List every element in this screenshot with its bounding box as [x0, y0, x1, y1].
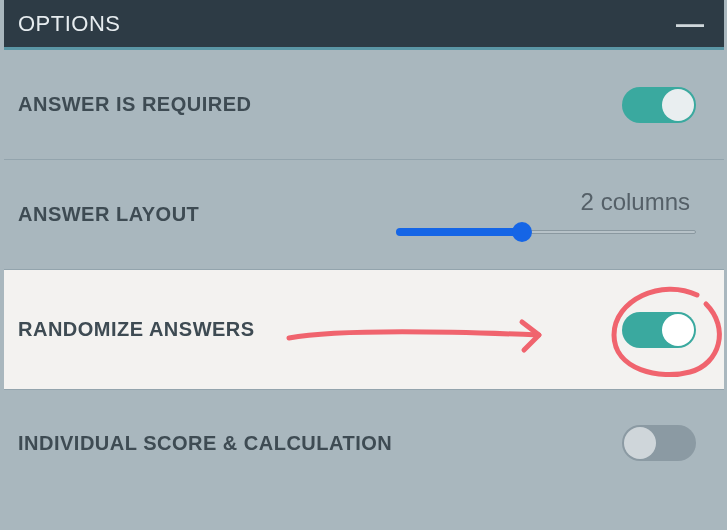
layout-slider[interactable] [396, 222, 696, 242]
toggle-individual[interactable] [622, 425, 696, 461]
option-row-randomize: RANDOMIZE ANSWERS [4, 270, 724, 390]
toggle-randomize[interactable] [622, 312, 696, 348]
option-label-individual: INDIVIDUAL SCORE & CALCULATION [18, 432, 392, 455]
toggle-required[interactable] [622, 87, 696, 123]
options-panel: OPTIONS — ANSWER IS REQUIRED ANSWER LAYO… [4, 0, 724, 496]
toggle-knob [624, 427, 656, 459]
option-row-required: ANSWER IS REQUIRED [4, 50, 724, 160]
collapse-icon[interactable]: — [676, 10, 704, 38]
slider-thumb[interactable] [512, 222, 532, 242]
annotation-arrow-icon [284, 310, 564, 360]
panel-header[interactable]: OPTIONS — [4, 0, 724, 50]
option-label-layout: ANSWER LAYOUT [18, 203, 199, 226]
layout-slider-value: 2 columns [396, 188, 696, 216]
option-label-randomize: RANDOMIZE ANSWERS [18, 318, 255, 341]
toggle-knob [662, 89, 694, 121]
toggle-knob [662, 314, 694, 346]
option-label-required: ANSWER IS REQUIRED [18, 93, 251, 116]
panel-title: OPTIONS [18, 11, 121, 37]
layout-slider-block: 2 columns [396, 188, 696, 242]
slider-fill [396, 228, 522, 236]
option-row-layout: ANSWER LAYOUT 2 columns [4, 160, 724, 270]
option-row-individual: INDIVIDUAL SCORE & CALCULATION [4, 390, 724, 496]
